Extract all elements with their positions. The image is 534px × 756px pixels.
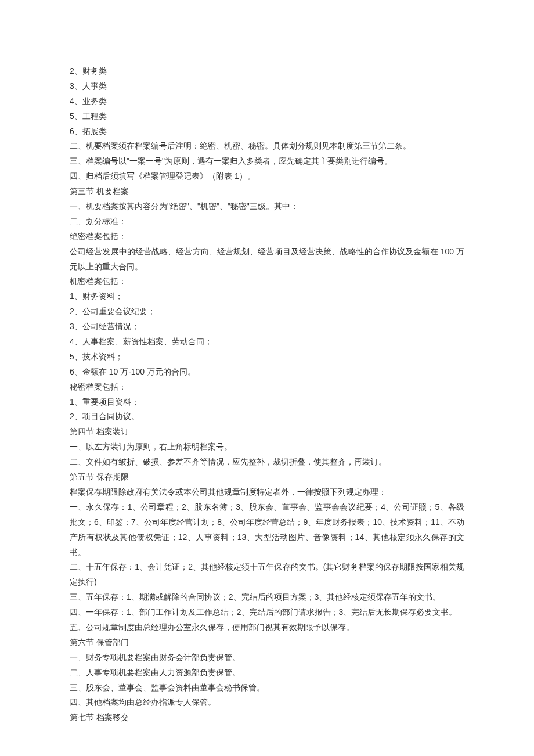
paragraph: 2、公司重要会议纪要； — [70, 304, 464, 319]
paragraph: 1、重要项目资料； — [70, 395, 464, 410]
paragraph: 5、技术资料； — [70, 350, 464, 365]
paragraph: 三、五年保存：1、期满或解除的合同协议；2、完结后的项目方案；3、其他经核定须保… — [70, 590, 464, 605]
paragraph: 四、归档后须填写《档案管理登记表》（附表 1）。 — [70, 169, 464, 184]
document-body: 2、财务类 3、人事类 4、业务类 5、工程类 6、拓展类 二、机要档案须在档案… — [70, 64, 464, 725]
paragraph: 档案保存期限除政府有关法令或本公司其他规章制度特定者外，一律按照下列规定办理： — [70, 485, 464, 500]
paragraph: 二、机要档案须在档案编号后注明：绝密、机密、秘密。具体划分规则见本制度第三节第二… — [70, 139, 464, 154]
paragraph: 第六节 保管部门 — [70, 635, 464, 650]
paragraph: 一、财务专项机要档案由财务会计部负责保管。 — [70, 650, 464, 665]
paragraph: 一、以左方装订为原则，右上角标明档案号。 — [70, 440, 464, 455]
paragraph: 公司经营发展中的经营战略、经营方向、经营规划、经营项目及经营决策、战略性的合作协… — [70, 244, 464, 275]
paragraph: 三、股东会、董事会、监事会资料由董事会秘书保管。 — [70, 681, 464, 696]
paragraph: 二、划分标准： — [70, 214, 464, 229]
paragraph: 3、公司经营情况； — [70, 319, 464, 334]
paragraph: 机密档案包括： — [70, 274, 464, 289]
paragraph: 一、机要档案按其内容分为"绝密"、"机密"、"秘密"三级。其中： — [70, 199, 464, 214]
paragraph: 一、永久保存：1、公司章程；2、股东名簿；3、股东会、董事会、监事会会议纪要；4… — [70, 500, 464, 560]
paragraph: 1、财务资料； — [70, 289, 464, 304]
paragraph: 三、档案编号以"一案一号"为原则，遇有一案归入多类者，应先确定其主要类别进行编号… — [70, 154, 464, 169]
paragraph: 第五节 保存期限 — [70, 470, 464, 485]
paragraph: 4、人事档案、薪资性档案、劳动合同； — [70, 334, 464, 350]
paragraph: 5、工程类 — [70, 109, 464, 124]
paragraph: 四、一年保存：1、部门工作计划及工作总结；2、完结后的部门请求报告；3、完结后无… — [70, 605, 464, 620]
paragraph: 6、拓展类 — [70, 124, 464, 139]
paragraph: 第四节 档案装订 — [70, 424, 464, 440]
paragraph: 绝密档案包括： — [70, 229, 464, 244]
paragraph: 四、其他档案均由总经办指派专人保管。 — [70, 695, 464, 710]
paragraph: 秘密档案包括： — [70, 380, 464, 395]
paragraph: 6、金额在 10 万-100 万元的合同。 — [70, 365, 464, 380]
paragraph: 4、业务类 — [70, 94, 464, 109]
paragraph: 第三节 机要档案 — [70, 184, 464, 199]
paragraph: 二、人事专项机要档案由人力资源部负责保管。 — [70, 665, 464, 681]
paragraph: 2、财务类 — [70, 64, 464, 79]
paragraph: 二、十五年保存：1、会计凭证；2、其他经核定须十五年保存的文书。(其它财务档案的… — [70, 560, 464, 590]
paragraph: 第七节 档案移交 — [70, 710, 464, 725]
paragraph: 五、公司规章制度由总经理办公室永久保存，使用部门视其有效期限予以保存。 — [70, 620, 464, 635]
paragraph: 2、项目合同协议。 — [70, 409, 464, 424]
paragraph: 二、文件如有皱折、破损、参差不齐等情况，应先整补，裁切折叠，使其整齐，再装订。 — [70, 455, 464, 470]
paragraph: 3、人事类 — [70, 79, 464, 94]
